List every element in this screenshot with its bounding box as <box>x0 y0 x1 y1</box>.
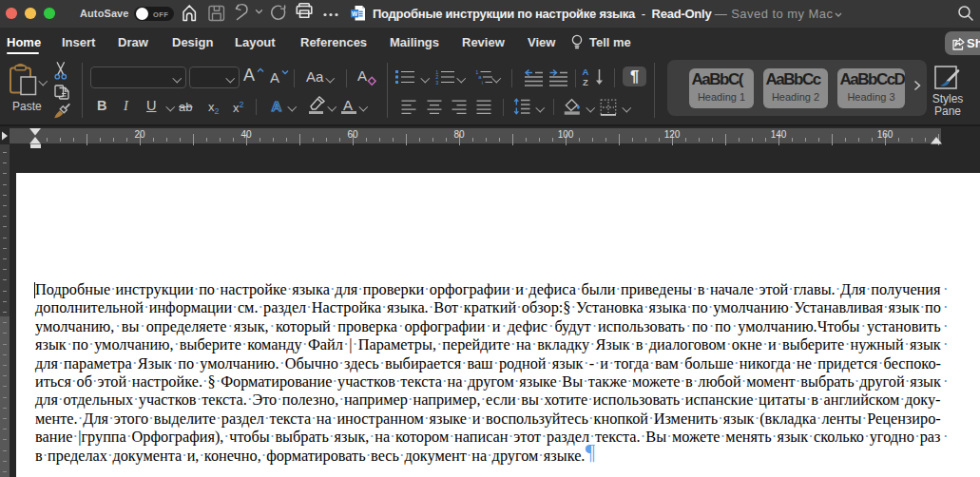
svg-text:A: A <box>272 98 282 114</box>
svg-text:i: i <box>482 80 483 86</box>
svg-text:3: 3 <box>435 80 438 86</box>
svg-text:A: A <box>582 67 588 77</box>
svg-text:W: W <box>352 10 358 17</box>
svg-text:Z: Z <box>583 77 588 87</box>
